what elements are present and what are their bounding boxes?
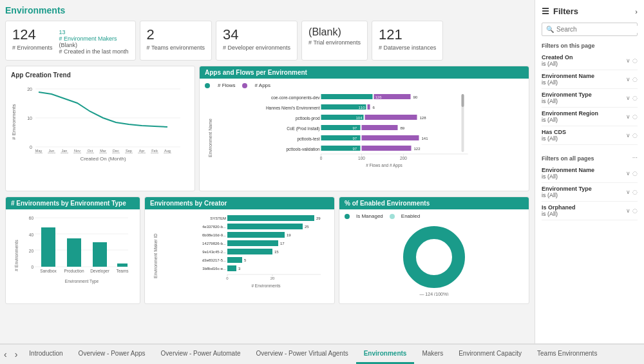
filter-is-orphaned-expand[interactable]: ∨ (626, 207, 630, 214)
svg-text:89: 89 (401, 126, 405, 130)
bottom-tabs: ‹ › Introduction Overview - Power Apps O… (0, 343, 644, 364)
tab-next-button[interactable]: › (11, 349, 22, 359)
svg-text:2023: 2023 (48, 152, 55, 153)
line-chart-svg: 20 10 0 May 2023 Jun 2023 Jan 2023 (17, 82, 189, 153)
svg-text:pcttools-test: pcttools-test (297, 137, 319, 142)
filter-is-orphaned-clear[interactable]: ◌ (632, 207, 638, 214)
svg-rect-76 (41, 227, 55, 267)
filters-on-page-title: Filters on this page (542, 43, 638, 49)
filter-has-cds-clear[interactable]: ◌ (632, 132, 638, 139)
filter-collapse-button[interactable]: › (635, 8, 638, 15)
svg-text:110: 110 (359, 106, 366, 110)
svg-text:Sandbox: Sandbox (40, 269, 57, 273)
filter-search-box[interactable]: 🔍 (542, 23, 638, 36)
filter-env-type-name: Environment Type (542, 91, 592, 98)
filters-all-pages-more[interactable]: ··· (632, 154, 638, 161)
svg-text:126: 126 (375, 95, 383, 99)
filter-title: ☰ Filters (542, 6, 578, 16)
filter-env-type-expand[interactable]: ∨ (626, 95, 630, 101)
tab-environment-capacity[interactable]: Environment Capacity (451, 345, 529, 364)
svg-text:90: 90 (413, 95, 418, 99)
env-type-bar-svg: 60 40 20 0 (19, 213, 135, 297)
svg-rect-29 (321, 94, 373, 99)
filter-item-env-type: Environment Type is (All) ∨ ◌ (542, 89, 638, 108)
svg-rect-40 (365, 115, 417, 120)
tab-overview-power-automate[interactable]: Overview - Power Automate (153, 345, 249, 364)
filter-env-region-clear[interactable]: ◌ (632, 113, 638, 120)
tab-overview-power-apps[interactable]: Overview - Power Apps (71, 345, 153, 364)
tab-teams-environments[interactable]: Teams Environments (529, 345, 605, 364)
kpi-number-developer: 34 (223, 26, 290, 43)
svg-text:20: 20 (270, 276, 275, 280)
legend-enabled-label: Enabled (401, 213, 420, 219)
svg-text:0: 0 (226, 276, 229, 280)
filter-env-type-clear[interactable]: ◌ (632, 95, 638, 101)
kpi-detail-1: 13 (59, 29, 129, 35)
svg-text:— 124 (100%): — 124 (100%) (419, 292, 448, 296)
filter-header: ☰ Filters › (542, 6, 638, 16)
filter-created-on-expand[interactable]: ∨ (626, 57, 630, 64)
filter-env-name-clear[interactable]: ◌ (632, 76, 638, 82)
filter-created-on-value: is (All) (542, 61, 573, 67)
kpi-label-trial: # Trial environments (308, 39, 361, 46)
horiz-bar-legend: # Flows # Apps (205, 82, 524, 88)
filter-all-env-name-expand[interactable]: ∨ (626, 170, 630, 177)
filter-env-region-expand[interactable]: ∨ (626, 113, 630, 120)
svg-text:2022: 2022 (125, 152, 133, 153)
filter-env-region-name: Environment Region (542, 110, 598, 117)
kpi-number-teams: 2 (147, 26, 205, 43)
kpi-number-dataverse: 121 (379, 26, 436, 43)
tab-environments[interactable]: Environments (356, 345, 415, 364)
svg-text:Developer: Developer (90, 269, 109, 274)
tab-overview-power-virtual-agents[interactable]: Overview - Power Virtual Agents (248, 345, 355, 364)
kpi-detail-4: # Created in the last month (59, 48, 129, 55)
svg-text:2023: 2023 (35, 152, 43, 153)
donut-chart-card: % of Enabled Environments Is Managed Ena… (339, 196, 529, 304)
svg-rect-35 (368, 104, 370, 110)
svg-text:coe-core-components-dev: coe-core-components-dev (271, 95, 320, 101)
filter-all-env-type-value: is (All) (542, 192, 592, 198)
kpi-row: 124 # Environments 13 # Environment Make… (5, 21, 529, 61)
kpi-label-developer: # Developer environments (223, 44, 290, 51)
filter-icon: ☰ (542, 6, 549, 16)
filter-item-all-env-name: Environment Name is (All) ∨ ◌ (542, 164, 638, 183)
svg-text:2023: 2023 (61, 152, 68, 153)
filter-has-cds-expand[interactable]: ∨ (626, 132, 630, 139)
tab-prev-button[interactable]: ‹ (0, 349, 11, 359)
svg-rect-89 (227, 224, 303, 229)
svg-text:19: 19 (287, 233, 291, 237)
filter-all-env-name-clear[interactable]: ◌ (632, 170, 638, 177)
filter-created-on-clear[interactable]: ◌ (632, 57, 638, 64)
filter-has-cds-name: Has CDS (542, 129, 566, 135)
line-chart-x-label: Created On (Month) (17, 156, 189, 162)
svg-text:2022: 2022 (164, 152, 171, 153)
svg-text:20: 20 (27, 87, 32, 91)
tab-makers[interactable]: Makers (414, 345, 451, 364)
filter-created-on-name: Created On (542, 54, 573, 61)
donut-legend: Is Managed Enabled (345, 213, 524, 219)
svg-text:2022: 2022 (86, 152, 94, 153)
svg-text:SYSTEM: SYSTEM (210, 216, 226, 220)
svg-text:0: 0 (320, 156, 323, 160)
filter-all-env-type-expand[interactable]: ∨ (626, 189, 630, 195)
filter-search-input[interactable] (556, 26, 638, 33)
filter-item-is-orphaned: Is Orphaned is (All) ∨ ◌ (542, 202, 638, 220)
svg-text:200: 200 (400, 156, 407, 160)
svg-text:40: 40 (29, 233, 34, 237)
svg-text:5: 5 (244, 258, 247, 262)
svg-rect-92 (227, 232, 285, 238)
svg-text:141: 141 (422, 137, 429, 140)
svg-rect-95 (227, 240, 278, 246)
filter-env-name-expand[interactable]: ∨ (626, 76, 630, 82)
kpi-card-environments: 124 # Environments 13 # Environment Make… (5, 21, 136, 61)
kpi-card-trial: (Blank) # Trial environments (301, 21, 368, 61)
tab-introduction[interactable]: Introduction (21, 345, 70, 364)
filter-all-env-type-clear[interactable]: ◌ (632, 189, 638, 195)
line-chart-title: App Creation Trend (11, 72, 189, 79)
svg-text:Environment Type: Environment Type (65, 279, 99, 284)
svg-rect-55 (362, 146, 412, 151)
svg-rect-45 (362, 125, 398, 130)
svg-rect-104 (227, 265, 236, 271)
svg-text:pcttools-validation: pcttools-validation (286, 147, 319, 152)
filter-item-env-name: Environment Name is (All) ∨ ◌ (542, 70, 638, 89)
